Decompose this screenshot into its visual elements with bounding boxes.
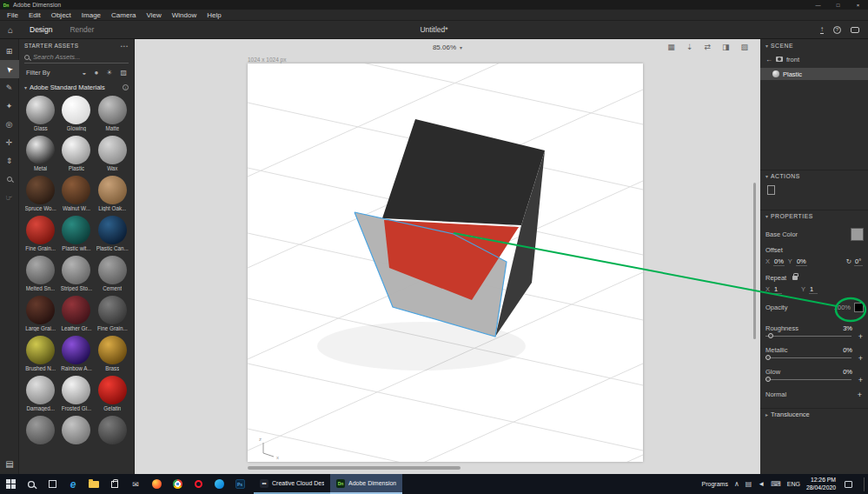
offset-x-value[interactable]: 0% (773, 257, 785, 266)
comments-icon[interactable] (851, 27, 859, 33)
task-view-icon[interactable] (42, 474, 63, 494)
edge-legacy-icon[interactable]: e (63, 474, 83, 494)
photoshop-icon[interactable]: Ps (229, 474, 250, 494)
taskbar-search-icon[interactable] (21, 474, 42, 494)
rotate-icon[interactable]: ↻ (846, 257, 851, 265)
menu-view[interactable]: View (142, 11, 167, 19)
tray-caret-icon[interactable]: ∧ (734, 480, 739, 488)
menu-file[interactable]: File (2, 11, 23, 19)
add-metallic-map-button[interactable]: + (857, 354, 865, 363)
swap-camera-icon[interactable]: ⇄ (704, 43, 711, 51)
material-item[interactable]: Gelatin (95, 376, 130, 411)
notification-icon[interactable] (845, 481, 852, 488)
tray-language[interactable]: ENG (787, 481, 800, 487)
vertical-scrollbar[interactable] (753, 183, 756, 339)
material-item[interactable]: Metal (23, 136, 58, 171)
select-tool-icon[interactable]: ➤ (0, 60, 19, 78)
opera-icon[interactable] (188, 474, 209, 494)
help-icon[interactable]: ? (833, 26, 841, 34)
material-item[interactable]: Damaged... (23, 376, 58, 411)
roughness-value[interactable]: 3% (843, 324, 864, 332)
file-explorer-icon[interactable] (83, 474, 104, 494)
material-item[interactable]: Leather Gr... (58, 296, 94, 331)
filter-lights-icon[interactable]: ☀ (106, 69, 112, 77)
menu-edit[interactable]: Edit (23, 11, 46, 19)
close-button[interactable]: × (848, 0, 868, 10)
hand-tool-icon[interactable]: ☞ (0, 188, 19, 206)
material-item[interactable]: Fine Grain... (95, 296, 130, 331)
home-icon[interactable]: ⌂ (0, 25, 21, 35)
material-item[interactable]: Spruce Wo... (23, 176, 58, 211)
taskbar-app-cc[interactable]: ∞Creative Cloud Des... (254, 474, 330, 494)
chrome-icon[interactable] (167, 474, 188, 494)
add-normal-map-button[interactable]: + (856, 391, 864, 399)
tray-clock[interactable]: 12:26 PM 28/04/2020 (806, 477, 836, 491)
properties-panel-header[interactable]: ▾ PROPERTIES (760, 210, 868, 222)
minimize-button[interactable]: — (808, 0, 828, 10)
canvas-document[interactable]: z x (248, 63, 643, 462)
capture-icon[interactable]: ⇣ (686, 43, 693, 51)
menu-window[interactable]: Window (167, 11, 202, 19)
material-item[interactable]: Plastic wit... (58, 216, 94, 251)
material-item[interactable]: Rainbow A... (58, 336, 94, 371)
scale-tool-icon[interactable]: ⇕ (0, 151, 19, 170)
pen-tool-icon[interactable]: ✎ (0, 78, 19, 97)
material-item[interactable] (58, 416, 94, 445)
repeat-x-value[interactable]: 1 (773, 285, 782, 294)
bookmark-icon[interactable]: ◨ (722, 43, 730, 51)
zoom-control[interactable]: 85.06% ▾ (433, 43, 462, 51)
action-item-icon[interactable] (767, 185, 775, 195)
3d-cube-object[interactable] (354, 119, 545, 337)
metallic-value[interactable]: 0% (843, 346, 864, 354)
edge-icon[interactable] (209, 474, 229, 494)
show-desktop-button[interactable] (864, 477, 865, 491)
panel-menu-icon[interactable]: ••• (121, 43, 129, 49)
material-item[interactable]: Frosted Gl... (58, 376, 94, 411)
material-item[interactable]: Brushed N... (23, 336, 58, 371)
info-icon[interactable]: i (123, 84, 129, 90)
translucence-section-header[interactable]: ▸ Translucence (760, 408, 868, 420)
repeat-y-value[interactable]: 1 (809, 285, 818, 294)
metallic-slider[interactable] (765, 357, 851, 358)
move-tool-icon[interactable]: ✛ (0, 133, 19, 151)
material-item[interactable] (23, 416, 58, 445)
filter-materials-icon[interactable]: ◒ (83, 69, 87, 77)
glow-value[interactable]: 0% (843, 368, 864, 376)
taskbar-app-dn[interactable]: DnAdobe Dimension (330, 474, 402, 494)
offset-y-value[interactable]: 0% (796, 257, 807, 266)
tray-keyboard-icon[interactable]: ⌨ (771, 480, 781, 488)
metallic-slider-knob[interactable] (765, 355, 771, 360)
add-glow-map-button[interactable]: + (857, 376, 865, 384)
material-item[interactable]: Matte (95, 96, 130, 131)
material-item[interactable]: Plastic (58, 136, 94, 171)
canvas-grid-icon[interactable]: ▦ (667, 43, 675, 51)
scene-material-row-selected[interactable]: Plastic (760, 68, 868, 80)
viewport-area[interactable]: 85.06% ▾ ▦ ⇣ ⇄ ◨ ▨ 1024 x 1024 px (135, 39, 760, 474)
menu-help[interactable]: Help (202, 11, 226, 19)
tab-design[interactable]: Design (21, 21, 61, 39)
render-preview-icon[interactable]: ▨ (740, 43, 748, 51)
materials-section-header[interactable]: ▾ Adobe Standard Materials i (19, 78, 134, 94)
filter-models-icon[interactable]: ● (94, 69, 98, 77)
mail-icon[interactable]: ✉ (125, 474, 146, 494)
magic-wand-tool-icon[interactable]: ✦ (0, 97, 19, 115)
orbit-tool-icon[interactable]: ◎ (0, 115, 19, 133)
opacity-map-swatch[interactable] (854, 303, 864, 312)
search-input[interactable] (33, 53, 129, 61)
menu-object[interactable]: Object (46, 11, 76, 19)
add-asset-icon[interactable]: ⊞ (0, 42, 19, 60)
material-item[interactable]: Melted Sn... (23, 256, 58, 291)
start-button[interactable] (0, 474, 21, 494)
opacity-value[interactable]: 100% (834, 304, 851, 311)
offset-rotation-value[interactable]: 0° (854, 257, 863, 266)
add-roughness-map-button[interactable]: + (857, 332, 865, 341)
material-item[interactable]: Glass (23, 96, 58, 131)
tab-render[interactable]: Render (61, 21, 103, 39)
material-item[interactable]: Plastic Can... (95, 216, 130, 251)
glow-slider[interactable] (765, 379, 851, 380)
material-item[interactable]: Wax (95, 136, 130, 171)
horizontal-scrollbar[interactable] (248, 466, 461, 470)
material-item[interactable]: Light Oak... (95, 176, 130, 211)
material-item[interactable] (95, 416, 130, 445)
material-item[interactable]: Striped Sto... (58, 256, 94, 291)
